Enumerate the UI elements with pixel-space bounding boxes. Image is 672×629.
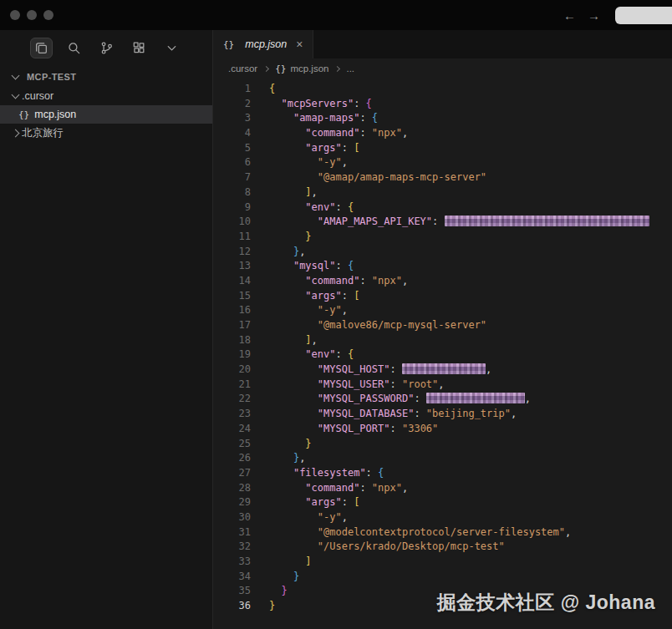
code-line[interactable]: "MYSQL_DATABASE": "beijing_trip",	[269, 407, 649, 422]
code-line[interactable]: "MYSQL_HOST": ,	[269, 363, 649, 378]
line-number[interactable]: 5	[213, 141, 251, 156]
line-number[interactable]: 32	[213, 540, 251, 555]
code-line[interactable]: "mcpServers": {	[269, 97, 649, 112]
line-number[interactable]: 16	[213, 303, 251, 318]
code-line[interactable]: "env": {	[269, 347, 649, 363]
code-line[interactable]: "@amap/amap-maps-mcp-server"	[269, 170, 649, 185]
line-number[interactable]: 8	[213, 185, 251, 200]
line-number[interactable]: 6	[213, 155, 251, 170]
code-line[interactable]: "MYSQL_PASSWORD": ,	[269, 392, 649, 407]
code-line[interactable]: "command": "npx",	[269, 481, 649, 496]
code-line[interactable]: "args": [	[269, 141, 649, 156]
line-number[interactable]: 31	[213, 525, 251, 540]
line-number[interactable]: 14	[213, 274, 251, 289]
line-number[interactable]: 36	[213, 599, 251, 614]
breadcrumb-separator-icon	[263, 66, 269, 72]
line-number[interactable]: 30	[213, 510, 251, 525]
code-line[interactable]: "args": [	[269, 495, 649, 510]
code-line[interactable]: "AMAP_MAPS_API_KEY":	[269, 215, 649, 230]
code-line[interactable]: "amap-maps": {	[269, 111, 649, 126]
code-area: 1234567891011121314151617181920212223242…	[213, 79, 672, 629]
breadcrumb-item[interactable]: {}mcp.json	[275, 63, 328, 74]
minimize-button[interactable]	[27, 10, 37, 20]
breadcrumb-separator-icon	[334, 66, 340, 72]
code-line[interactable]: }	[269, 570, 649, 585]
line-number[interactable]: 10	[213, 215, 251, 230]
code-line[interactable]: "-y",	[269, 510, 649, 525]
line-number[interactable]: 22	[213, 392, 251, 407]
line-number[interactable]: 33	[213, 555, 251, 570]
code-line[interactable]: "MYSQL_PORT": "3306"	[269, 422, 649, 437]
line-number[interactable]: 1	[213, 82, 251, 97]
code-line[interactable]: }	[269, 437, 649, 452]
code-line[interactable]: "env": {	[269, 200, 649, 216]
line-number[interactable]: 23	[213, 407, 251, 422]
json-file-icon: {}	[18, 109, 29, 120]
line-number[interactable]: 20	[213, 363, 251, 378]
code-line[interactable]: "mysql": {	[269, 259, 649, 274]
code-line[interactable]: "@modelcontextprotocol/server-filesystem…	[269, 525, 649, 540]
code-line[interactable]: }	[269, 599, 649, 614]
line-number[interactable]: 35	[213, 584, 251, 599]
close-tab-icon[interactable]: ×	[296, 38, 303, 51]
back-button[interactable]: ←	[563, 9, 576, 22]
code-line[interactable]: "-y",	[269, 303, 649, 318]
code-line[interactable]: },	[269, 451, 649, 466]
files-icon[interactable]	[30, 38, 53, 58]
line-number[interactable]: 13	[213, 259, 251, 274]
line-number[interactable]: 7	[213, 170, 251, 185]
tree-item-北京旅行[interactable]: 北京旅行	[0, 124, 212, 142]
line-number[interactable]: 18	[213, 333, 251, 348]
code-line[interactable]: "command": "npx",	[269, 274, 649, 289]
code-line[interactable]: "filesystem": {	[269, 466, 649, 481]
code-line[interactable]: ],	[269, 185, 649, 200]
code-line[interactable]: ],	[269, 333, 649, 348]
line-number[interactable]: 34	[213, 570, 251, 585]
line-number[interactable]: 12	[213, 245, 251, 260]
tree-item-mcp.json[interactable]: {}mcp.json	[0, 105, 212, 124]
zoom-button[interactable]	[43, 10, 53, 20]
breadcrumb-item[interactable]: .cursor	[228, 63, 257, 74]
forward-button[interactable]: →	[588, 9, 600, 22]
chevron-down-icon	[10, 71, 22, 83]
code-line[interactable]: "/Users/krado/Desktop/mcp-test"	[269, 540, 649, 555]
line-number[interactable]: 19	[213, 347, 251, 363]
chevron-down-icon	[10, 90, 22, 102]
chevron-down-icon[interactable]	[160, 38, 183, 58]
close-button[interactable]	[10, 10, 20, 20]
breadcrumb-item[interactable]: ...	[346, 63, 354, 74]
line-number[interactable]: 25	[213, 437, 251, 452]
line-number[interactable]: 24	[213, 422, 251, 437]
code-line[interactable]: },	[269, 245, 649, 260]
code-line[interactable]: "args": [	[269, 289, 649, 304]
line-number[interactable]: 2	[213, 97, 251, 112]
explorer-root-header[interactable]: MCP-TEST	[0, 67, 212, 87]
tree-item-.cursor[interactable]: .cursor	[0, 87, 212, 105]
code-line[interactable]: "-y",	[269, 155, 649, 170]
code-line[interactable]: ]	[269, 555, 649, 570]
line-number[interactable]: 29	[213, 495, 251, 510]
line-number[interactable]: 3	[213, 111, 251, 126]
tab-mcp-json[interactable]: {} mcp.json ×	[213, 30, 313, 58]
line-number[interactable]: 15	[213, 289, 251, 304]
code-line[interactable]: "@malove86/mcp-mysql-server"	[269, 318, 649, 333]
line-number[interactable]: 11	[213, 230, 251, 245]
search-icon[interactable]	[63, 38, 85, 58]
json-file-icon: {}	[223, 39, 234, 50]
line-number[interactable]: 4	[213, 126, 251, 141]
code-line[interactable]: }	[269, 230, 649, 245]
source-control-icon[interactable]	[95, 38, 118, 58]
extensions-icon[interactable]	[128, 38, 150, 58]
line-number[interactable]: 27	[213, 466, 251, 481]
code-line[interactable]: "command": "npx",	[269, 126, 649, 141]
line-number[interactable]: 26	[213, 451, 251, 466]
line-number[interactable]: 17	[213, 318, 251, 333]
line-number[interactable]: 28	[213, 481, 251, 496]
line-number[interactable]: 21	[213, 378, 251, 393]
code-line[interactable]: }	[269, 584, 649, 599]
line-number[interactable]: 9	[213, 200, 251, 216]
file-tree: .cursor{}mcp.json北京旅行	[0, 87, 212, 142]
titlebar-search-input[interactable]	[615, 7, 672, 24]
code-line[interactable]: "MYSQL_USER": "root",	[269, 378, 649, 393]
code-line[interactable]: {	[269, 82, 649, 97]
